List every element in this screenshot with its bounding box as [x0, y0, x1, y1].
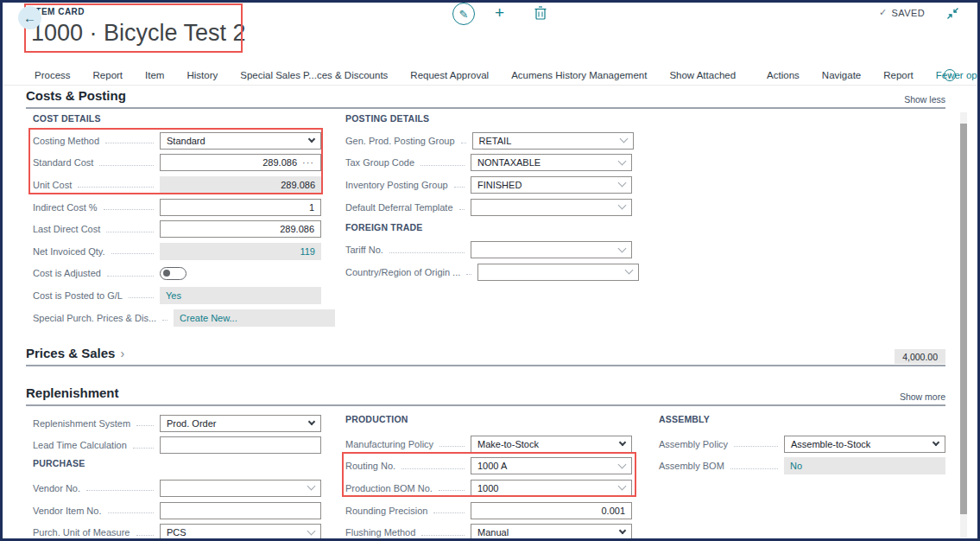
deferral-template-combo[interactable]	[471, 199, 632, 216]
flushing-method-select[interactable]: Manual	[471, 524, 632, 541]
field-indirect-cost: Indirect Cost % 1	[33, 196, 321, 219]
dotted-leader	[421, 535, 465, 536]
routing-no-combo[interactable]: 1000 A	[471, 457, 632, 474]
action-menu-bar: Process Report Item History Special Sale…	[0, 66, 980, 86]
delete-button[interactable]	[534, 5, 547, 23]
field-assembly-policy: Assembly Policy Assemble-to-Stock	[659, 433, 945, 455]
field-label: Tax Group Code	[345, 157, 414, 168]
costing-method-select[interactable]: Standard	[160, 132, 321, 150]
production-bom-combo[interactable]: 1000	[471, 480, 632, 497]
scrollbar-thumb[interactable]	[960, 124, 967, 514]
assembly-bom-drilldown[interactable]: No	[784, 457, 945, 474]
field-label: Routing No.	[345, 461, 395, 471]
net-invoiced-qty-value[interactable]: 119	[300, 246, 315, 257]
new-button[interactable]: +	[495, 3, 504, 22]
purch-uom-value: PCS	[167, 527, 187, 538]
special-purch-link-cell[interactable]: Create New...	[174, 309, 335, 327]
dotted-leader	[78, 187, 154, 188]
replenishment-section-header[interactable]: Replenishment Show more	[26, 385, 945, 406]
country-origin-combo[interactable]	[477, 264, 639, 281]
chevron-down-icon	[618, 244, 627, 252]
menu-fewer-options[interactable]: Fewer options	[936, 70, 980, 80]
field-flushing-method: Flushing Method Manual	[345, 521, 632, 541]
menu-report-2[interactable]: Report	[883, 70, 914, 80]
menu-actions[interactable]: Actions	[767, 70, 800, 80]
assist-edit-icon[interactable]: ···	[302, 157, 314, 168]
dotted-leader	[107, 276, 154, 277]
tariff-no-combo[interactable]	[471, 241, 632, 258]
cost-posted-gl-drilldown[interactable]: Yes	[160, 287, 321, 304]
replenishment-system-select[interactable]: Prod. Order	[160, 415, 321, 432]
edit-button[interactable]: ✎	[452, 3, 475, 25]
field-label: Last Direct Cost	[33, 224, 100, 234]
last-direct-cost-input[interactable]: 289.086	[160, 220, 321, 238]
standard-cost-input[interactable]: 289.086 ···	[160, 154, 321, 171]
posting-details-heading: POSTING DETAILS	[345, 113, 632, 130]
vendor-no-combo[interactable]	[160, 480, 321, 497]
assembly-bom-value[interactable]: No	[790, 461, 802, 471]
dotted-leader	[389, 252, 465, 253]
field-label: Vendor Item No.	[33, 506, 102, 516]
manufacturing-policy-value: Make-to-Stock	[477, 439, 539, 449]
field-costing-method: Costing Method Standard	[33, 130, 321, 152]
collapse-page-button[interactable]	[946, 7, 959, 23]
back-button[interactable]: ←	[18, 6, 41, 29]
dotted-leader	[439, 490, 465, 491]
menu-history[interactable]: History	[187, 70, 218, 80]
info-button[interactable]: i	[944, 69, 956, 81]
lead-time-input[interactable]	[160, 436, 321, 454]
menu-process[interactable]: Process	[35, 70, 71, 80]
field-label: Flushing Method	[345, 527, 415, 538]
vendor-item-no-input[interactable]	[160, 502, 321, 519]
field-rounding-precision: Rounding Precision 0.001	[345, 500, 632, 522]
dotted-leader	[108, 512, 155, 513]
rounding-precision-input[interactable]: 0.001	[471, 502, 632, 519]
cost-posted-gl-value[interactable]: Yes	[166, 290, 181, 301]
tax-group-combo[interactable]: NONTAXABLE	[471, 154, 632, 171]
costs-posting-section-header[interactable]: Costs & Posting Show less	[26, 88, 945, 109]
indirect-cost-input[interactable]: 1	[160, 199, 321, 216]
menu-report[interactable]: Report	[93, 70, 123, 80]
gen-prod-posting-value: RETAIL	[479, 136, 512, 146]
field-production-bom: Production BOM No. 1000	[345, 477, 632, 500]
field-label: Cost is Adjusted	[33, 268, 101, 278]
menu-item[interactable]: Item	[145, 70, 164, 80]
show-more-link[interactable]: Show more	[900, 391, 945, 402]
dotted-leader	[459, 209, 465, 210]
inventory-posting-combo[interactable]: FINISHED	[471, 176, 632, 194]
menu-special-sales[interactable]: Special Sales P...ces & Discounts	[240, 70, 388, 80]
menu-acumens-history[interactable]: Acumens History Management	[511, 70, 647, 80]
menu-request-approval[interactable]: Request Approval	[410, 70, 489, 80]
purch-uom-combo[interactable]: PCS	[160, 524, 321, 541]
dotted-leader	[461, 143, 466, 143]
field-label: Unit Cost	[33, 180, 72, 190]
dotted-leader	[86, 490, 154, 491]
field-label: Inventory Posting Group	[345, 180, 448, 190]
menu-navigate[interactable]: Navigate	[822, 70, 861, 80]
saved-label: SAVED	[892, 8, 925, 18]
field-inventory-posting: Inventory Posting Group FINISHED	[345, 174, 632, 196]
cost-is-adjusted-toggle[interactable]	[160, 267, 187, 280]
prices-sales-amount[interactable]: 4,000.00	[895, 349, 945, 364]
assembly-policy-select[interactable]: Assemble-to-Stock	[784, 436, 945, 453]
field-last-direct-cost: Last Direct Cost 289.086	[33, 218, 321, 240]
purchase-heading: PURCHASE	[33, 456, 321, 477]
chevron-down-icon	[307, 526, 316, 535]
dotted-leader	[466, 274, 471, 275]
gen-prod-posting-combo[interactable]: RETAIL	[472, 132, 634, 150]
show-less-link[interactable]: Show less	[904, 94, 945, 105]
field-label: Special Purch. Prices & Dis...	[33, 313, 156, 323]
net-invoiced-qty-drilldown[interactable]: 119	[160, 243, 321, 260]
create-new-link[interactable]: Create New...	[180, 313, 237, 323]
tax-group-value: NONTAXABLE	[477, 157, 541, 168]
prices-sales-section-header[interactable]: Prices & Sales› 4,000.00	[26, 346, 945, 366]
field-tariff-no: Tariff No.	[345, 239, 632, 261]
trash-icon	[534, 5, 547, 20]
cost-details-heading: COST DETAILS	[33, 113, 321, 130]
menu-show-attached[interactable]: Show Attached	[669, 70, 736, 80]
field-tax-group: Tax Group Code NONTAXABLE	[345, 152, 632, 175]
field-country-origin: Country/Region of Origin ...	[345, 261, 632, 283]
dotted-leader	[105, 143, 154, 143]
manufacturing-policy-select[interactable]: Make-to-Stock	[471, 436, 632, 453]
field-assembly-bom: Assembly BOM No	[659, 455, 945, 478]
